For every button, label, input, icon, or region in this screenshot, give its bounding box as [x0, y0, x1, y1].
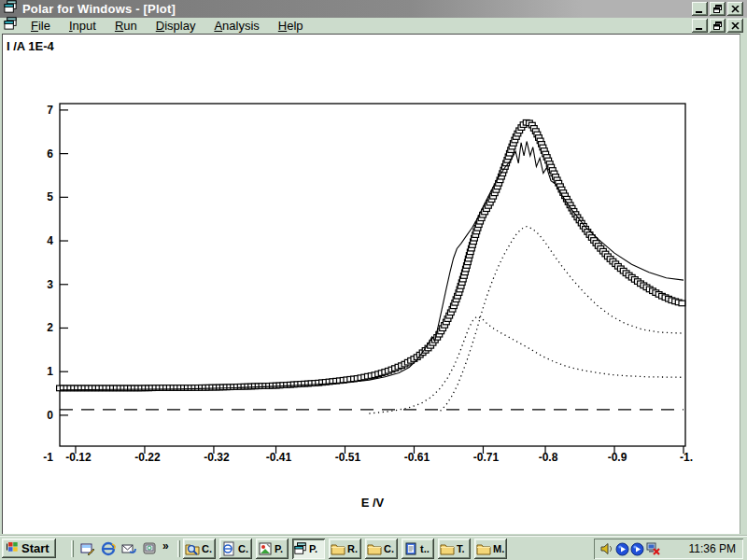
task-label: C.	[238, 543, 248, 554]
windows-logo-icon	[6, 540, 19, 553]
explorer-search-icon	[185, 541, 200, 556]
doc-minimize-button[interactable]	[692, 19, 708, 33]
series-component-peak-small	[369, 316, 684, 413]
menu-input[interactable]: Input	[62, 19, 107, 33]
app-icon	[4, 0, 18, 18]
start-label: Start	[21, 541, 49, 555]
title-bar: Polar for Windows - [Plot]	[0, 0, 747, 18]
x-tick-label: -0.22	[134, 451, 161, 464]
menu-help[interactable]: Help	[271, 19, 315, 33]
y-tick-label: 3	[47, 278, 53, 291]
start-button[interactable]: Start	[2, 539, 56, 558]
task-label: C.	[384, 543, 394, 554]
x-tick-label: -1.	[680, 451, 693, 464]
player-ball-icon[interactable]	[615, 542, 629, 556]
y-tick-label: 2	[47, 321, 53, 334]
y-tick-label: 7	[47, 104, 53, 117]
quick-launch-overflow[interactable]: »	[162, 539, 169, 553]
windows-logo-icon	[6, 540, 19, 556]
task-button-1[interactable]: C.	[183, 539, 216, 559]
network-error-icon[interactable]	[645, 541, 661, 556]
quick-launch-show-desktop-icon[interactable]	[78, 539, 97, 558]
outlook-express-icon	[121, 541, 136, 556]
x-tick-label: -0.41	[266, 451, 292, 464]
series-measured-current	[57, 120, 685, 391]
doc-close-button[interactable]	[727, 19, 743, 33]
y-tick-label: 0	[47, 409, 53, 422]
show-desktop-icon	[80, 541, 95, 556]
x-tick-label: -0.32	[204, 451, 230, 464]
task-button-5[interactable]: R.	[329, 539, 361, 559]
folder-icon	[440, 541, 455, 556]
menu-run[interactable]: Run	[107, 19, 148, 33]
task-button-8[interactable]: T.	[438, 539, 471, 559]
y-tick-label: 1	[47, 365, 53, 378]
y-tick-label: 6	[47, 147, 53, 161]
player-ball-icon[interactable]	[630, 542, 644, 556]
quick-launch-internet-explorer-icon[interactable]	[99, 539, 118, 558]
task-label: T.	[457, 543, 465, 554]
volume-icon[interactable]	[599, 541, 614, 556]
x-tick-label: -0.61	[404, 451, 430, 464]
folder-icon	[331, 541, 345, 556]
y-tick-label: 4	[47, 234, 53, 247]
polar-app-icon	[294, 542, 307, 555]
task-button-9[interactable]: M.	[474, 539, 507, 559]
picture-app-icon	[258, 541, 273, 556]
x-tick-label: -0.51	[335, 451, 361, 464]
restore-button[interactable]	[710, 2, 726, 16]
y-tick-label: 5	[47, 190, 53, 203]
menu-display[interactable]: Display	[148, 19, 207, 33]
desktop: { "window": { "title": "Polar for Window…	[0, 0, 747, 560]
task-button-4[interactable]: P.	[292, 539, 325, 559]
document-controls	[692, 19, 743, 33]
notepad-icon	[403, 541, 418, 556]
task-button-2[interactable]: C.	[219, 539, 252, 559]
quick-launch-outlook-express-icon[interactable]	[120, 539, 138, 558]
task-label: P.	[275, 543, 283, 554]
x-axis-title: E /V	[361, 496, 385, 510]
taskbar-clock[interactable]: 11:36 PM	[689, 542, 736, 555]
taskbar-grip[interactable]	[71, 540, 74, 557]
x-tick-label: -0.9	[608, 451, 627, 464]
internet-explorer-icon	[101, 541, 116, 556]
folder-icon	[476, 541, 491, 556]
folder-icon	[367, 541, 382, 556]
taskbar-grip-2[interactable]	[177, 540, 180, 557]
x-tick-label: -0.12	[65, 451, 92, 464]
document-icon[interactable]	[4, 17, 18, 35]
plot-frame	[60, 104, 685, 446]
polar-app-icon	[4, 0, 18, 14]
task-label: P.	[309, 543, 317, 554]
task-label: C.	[202, 543, 212, 554]
plot-client-area: I /A 1E-4E /V76543210-1-0.12-0.22-0.32-0…	[2, 34, 740, 534]
minimize-button[interactable]	[692, 2, 708, 16]
task-label: M.	[493, 543, 504, 554]
series-fitted-curve	[60, 142, 684, 390]
task-button-7[interactable]: t..	[402, 539, 434, 559]
polar-app-icon	[4, 17, 18, 31]
task-label: t..	[420, 543, 430, 554]
menu-bar: FileInputRunDisplayAnalysisHelp	[0, 18, 747, 34]
window-title: Polar for Windows - [Plot]	[22, 2, 176, 16]
y-axis-title: I /A 1E-4	[7, 39, 55, 53]
x-tick-label: -0.71	[473, 451, 500, 464]
media-player-icon	[142, 541, 157, 556]
close-button[interactable]	[727, 2, 743, 16]
y-corner-label: -1	[43, 451, 53, 464]
quick-launch-media-player-icon[interactable]	[140, 539, 159, 558]
ie-document-icon	[221, 541, 236, 556]
series-component-peak-large	[441, 227, 684, 412]
menu-analysis[interactable]: Analysis	[206, 19, 270, 33]
system-tray: 11:36 PM	[594, 539, 743, 559]
doc-restore-button[interactable]	[710, 19, 726, 33]
task-button-6[interactable]: C.	[365, 539, 398, 559]
task-label: R.	[347, 543, 358, 554]
menu-file[interactable]: File	[23, 19, 62, 33]
window-controls	[692, 2, 743, 16]
taskbar: Start » 11:36 PM C.C.P.P.R.C.t..T.M.	[0, 536, 747, 560]
x-tick-label: -0.8	[539, 451, 558, 464]
task-button-3[interactable]: P.	[256, 539, 289, 559]
menu-items: FileInputRunDisplayAnalysisHelp	[23, 19, 315, 33]
plot-svg: I /A 1E-4E /V76543210-1-0.12-0.22-0.32-0…	[3, 35, 741, 535]
